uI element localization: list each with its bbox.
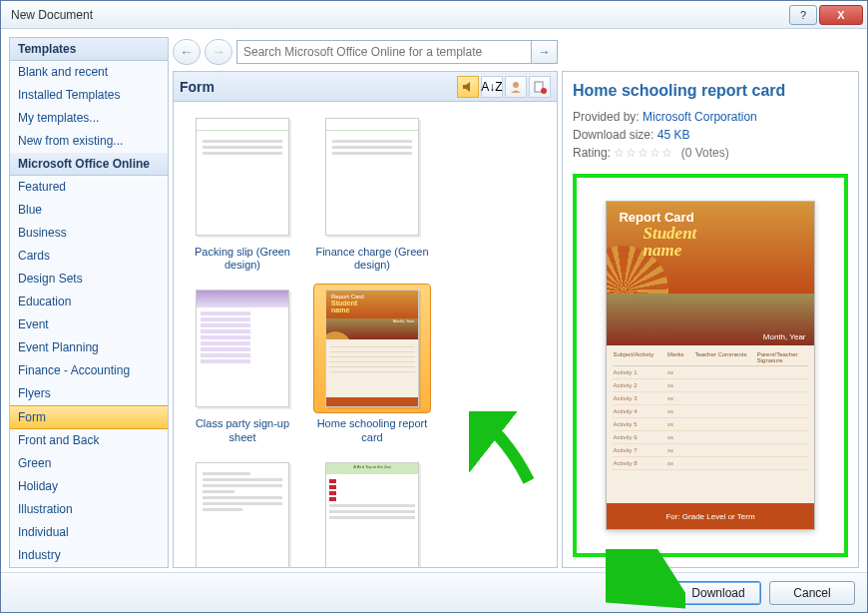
dialog-footer: Download Cancel (1, 572, 867, 612)
star-rating-icon[interactable]: ☆☆☆☆☆ (614, 146, 673, 160)
template-item[interactable]: Finance charge (Green design) (307, 106, 437, 278)
rating-row: Rating: ☆☆☆☆☆ (0 Votes) (573, 146, 848, 160)
sidebar-item[interactable]: Industry (10, 544, 168, 567)
sidebar-item[interactable]: Business (10, 222, 168, 245)
sidebar-item[interactable]: Illustration (10, 498, 168, 521)
label: Provided by: (573, 110, 640, 124)
template-item-selected[interactable]: Report CardStudentname Month, Year Home … (307, 278, 437, 449)
preview-page: Report Card Studentname Month, Year Subj… (606, 201, 814, 531)
template-label: Class party sign-up sheet (184, 417, 301, 443)
sidebar-item[interactable]: Event (10, 313, 168, 336)
preview-footer: For: Grade Level or Term (607, 503, 813, 529)
sidebar-item[interactable]: Front and Back (10, 429, 168, 452)
sidebar-header-online: Microsoft Office Online (10, 153, 168, 176)
gallery-header: Form A↓Z (174, 72, 557, 102)
sidebar-item[interactable]: Holiday (10, 475, 168, 498)
help-button[interactable]: ? (789, 5, 817, 25)
preview-student-name: Studentname (607, 225, 813, 261)
template-item[interactable]: Packing slip (Green design) (178, 106, 307, 278)
search-go-button[interactable]: → (532, 40, 558, 64)
sidebar-item[interactable]: Green (10, 452, 168, 475)
provided-row: Provided by: Microsoft Corporation (573, 110, 848, 124)
sort-icon[interactable] (457, 76, 479, 98)
sort-az-button[interactable]: A↓Z (481, 76, 503, 98)
sidebar-item[interactable]: Flyers (10, 382, 168, 405)
middle-column: ← → → Form A↓Z (173, 37, 558, 568)
person-icon (509, 80, 523, 94)
svg-point-0 (513, 82, 519, 88)
votes-count: (0 Votes) (681, 146, 729, 160)
sidebar-header-templates: Templates (10, 38, 168, 61)
template-gallery: Packing slip (Green design) Finance char… (174, 102, 557, 567)
download-button[interactable]: Download (675, 581, 761, 605)
label: Rating: (573, 146, 611, 160)
content-area: Templates Blank and recent Installed Tem… (1, 29, 867, 572)
sidebar-item[interactable]: Cards (10, 245, 168, 268)
search-input[interactable] (236, 40, 532, 64)
remove-icon[interactable] (529, 76, 551, 98)
template-label: Packing slip (Green design) (184, 246, 301, 272)
download-size-value: 45 KB (657, 128, 690, 142)
template-gallery-pane: Form A↓Z Packing slip (Green (173, 71, 558, 568)
template-label: Finance charge (Green design) (313, 246, 431, 272)
sidebar-item[interactable]: Event Planning (10, 336, 168, 359)
template-item[interactable]: Class party sign-up sheet (178, 278, 307, 449)
user-icon[interactable] (505, 76, 527, 98)
search-wrap: → (236, 40, 558, 64)
sidebar-item[interactable]: Finance - Accounting (10, 359, 168, 382)
topbar: ← → → (173, 37, 558, 71)
back-button[interactable]: ← (173, 39, 201, 65)
page-remove-icon (533, 80, 547, 94)
template-item[interactable]: A Bird Trip to the Zoo Field trip permis… (307, 450, 437, 567)
template-item[interactable]: School field trip permission slip (178, 450, 307, 567)
cancel-button[interactable]: Cancel (769, 581, 855, 605)
forward-button[interactable]: → (205, 39, 232, 65)
svg-point-2 (541, 88, 547, 94)
sidebar-item[interactable]: Installed Templates (10, 84, 168, 107)
category-sidebar: Templates Blank and recent Installed Tem… (9, 37, 169, 568)
preview-subtitle: Month, Year (763, 332, 806, 341)
sidebar-item[interactable]: Individual (10, 521, 168, 544)
annotation-arrow-icon (469, 411, 539, 491)
sidebar-item[interactable]: Design Sets (10, 268, 168, 291)
sidebar-item[interactable]: Education (10, 291, 168, 313)
preview-heading: Report Card (607, 202, 813, 225)
window-title: New Document (5, 8, 787, 22)
preview-title: Home schooling report card (573, 82, 848, 100)
speaker-icon (461, 80, 475, 94)
preview-pane: Home schooling report card Provided by: … (562, 71, 859, 568)
sidebar-item[interactable]: My templates... (10, 107, 168, 130)
template-label: Home schooling report card (313, 417, 431, 443)
sidebar-item[interactable]: New from existing... (10, 130, 168, 153)
sidebar-item-form[interactable]: Form (10, 405, 168, 429)
preview-frame: Report Card Studentname Month, Year Subj… (573, 174, 848, 557)
sidebar-item[interactable]: Blue (10, 199, 168, 222)
provided-by-link[interactable]: Microsoft Corporation (643, 110, 757, 124)
close-button[interactable]: X (819, 5, 863, 25)
size-row: Download size: 45 KB (573, 128, 848, 142)
preview-table: Subject/ActivityMarksTeacher CommentsPar… (607, 345, 813, 503)
new-document-dialog: New Document ? X Templates Blank and rec… (0, 0, 868, 613)
sidebar-item[interactable]: Featured (10, 176, 168, 199)
label: Download size: (573, 128, 653, 142)
titlebar: New Document ? X (1, 1, 867, 29)
gallery-heading: Form (180, 79, 455, 95)
sidebar-item[interactable]: Blank and recent (10, 61, 168, 84)
